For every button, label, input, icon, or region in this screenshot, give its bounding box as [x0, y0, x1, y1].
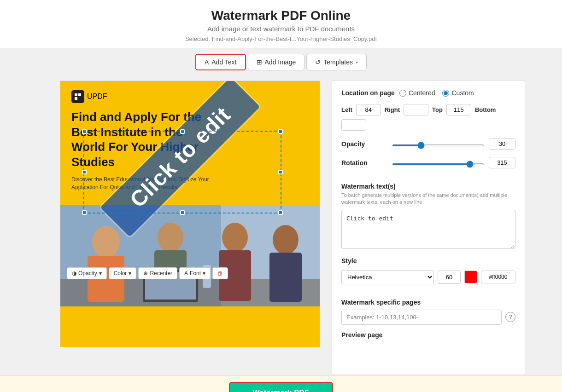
svg-rect-2 — [75, 97, 77, 100]
rotation-slider[interactable] — [392, 163, 484, 165]
color-swatch[interactable] — [464, 271, 477, 283]
position-inputs-row: Left Right Top Bottom — [341, 104, 515, 131]
centered-label: Centered — [409, 89, 435, 97]
help-icon[interactable]: ? — [505, 312, 515, 322]
header: Watermark PDF Online Add image or text w… — [0, 0, 562, 48]
opacity-slider-row — [392, 138, 515, 150]
recenter-button[interactable]: ⊕ Recenter — [138, 267, 177, 279]
text-icon: A — [205, 58, 209, 66]
photo-svg — [60, 205, 320, 306]
divider-1 — [341, 176, 515, 176]
rotation-row: Rotation — [341, 157, 515, 168]
updf-icon — [74, 92, 82, 101]
opacity-icon: ◑ — [72, 270, 76, 277]
custom-label: Custom — [451, 89, 474, 97]
resize-handle-bl[interactable] — [82, 210, 87, 215]
top-label: Top — [432, 106, 443, 113]
opacity-row: Opacity — [341, 138, 515, 150]
selected-file: Selected: Find-and-Apply-For-the-Best-I.… — [0, 35, 562, 42]
bottom-bar: Watermark PDF — [0, 375, 562, 392]
resize-handle-br[interactable] — [278, 210, 283, 215]
resize-handle-lm[interactable] — [82, 170, 87, 174]
left-input[interactable] — [356, 104, 381, 115]
settings-panel: Location on page Centered Custom Left Ri… — [332, 81, 525, 375]
chevron-down-icon: ▾ — [356, 60, 358, 65]
watermark-textarea[interactable]: Click to edit — [341, 210, 515, 249]
templates-icon: ↺ — [315, 58, 321, 66]
svg-rect-0 — [75, 93, 77, 96]
bottom-label: Bottom — [475, 106, 496, 113]
left-label: Left — [341, 106, 352, 113]
bottom-input[interactable] — [341, 119, 366, 131]
add-image-button[interactable]: ⊞ Add Image — [248, 54, 305, 70]
svg-point-8 — [158, 223, 183, 252]
svg-point-12 — [273, 225, 299, 254]
resize-handle-rm[interactable] — [278, 170, 283, 174]
svg-rect-1 — [78, 93, 81, 96]
trash-icon: 🗑 — [217, 270, 223, 277]
watermark-text-hint: To batch generate multiple versions of t… — [341, 192, 515, 206]
resize-handle-tl[interactable] — [82, 129, 87, 134]
location-radio-group: Centered Custom — [399, 89, 474, 97]
photo-overlay — [60, 205, 320, 306]
svg-rect-13 — [269, 253, 302, 302]
recenter-icon: ⊕ — [143, 270, 148, 277]
opacity-setting-label: Opacity — [341, 140, 387, 148]
svg-point-6 — [92, 226, 120, 258]
rotation-value-input[interactable] — [489, 157, 515, 168]
font-size-input[interactable] — [438, 271, 461, 284]
font-button[interactable]: A Font ▾ — [179, 267, 211, 279]
opacity-label: Opacity — [78, 270, 97, 277]
style-row: Helvetica Arial Times New Roman Courier — [341, 270, 515, 284]
watermark-selection-box[interactable] — [83, 131, 281, 213]
page-subtitle: Add image or text watermark to PDF docum… — [0, 25, 562, 33]
font-select[interactable]: Helvetica Arial Times New Roman Courier — [341, 270, 434, 284]
divider-2 — [341, 291, 515, 291]
rotation-slider-row — [392, 157, 515, 168]
main-area: Click to edit UPDF Find and Apply For th… — [0, 76, 562, 375]
pages-label: Watermark specific pages — [341, 299, 515, 306]
page-title: Watermark PDF Online — [0, 8, 562, 23]
logo-text: UPDF — [87, 92, 107, 101]
preview-page-label: Preview page — [341, 331, 515, 339]
custom-radio[interactable] — [442, 90, 449, 97]
centered-option[interactable]: Centered — [399, 89, 435, 97]
resize-handle-tr[interactable] — [278, 129, 283, 134]
right-label: Right — [385, 106, 400, 113]
opacity-slider[interactable] — [392, 144, 484, 146]
opacity-button[interactable]: ◑ Opacity ▾ — [67, 267, 107, 279]
style-section: Style Helvetica Arial Times New Roman Co… — [341, 257, 515, 284]
opacity-chevron: ▾ — [99, 270, 102, 277]
delete-button[interactable]: 🗑 — [212, 267, 228, 279]
watermark-text-label: Watermark text(s) — [341, 183, 515, 190]
updf-logo: UPDF — [71, 90, 309, 103]
watermark-pdf-button[interactable]: Watermark PDF — [229, 382, 333, 392]
templates-label: Templates — [323, 58, 353, 66]
location-row: Location on page Centered Custom — [341, 89, 515, 97]
pages-section: Watermark specific pages ? — [341, 299, 515, 325]
style-label: Style — [341, 257, 515, 265]
right-input[interactable] — [404, 104, 428, 115]
color-button[interactable]: Color ▾ — [109, 267, 137, 279]
pages-input-row: ? — [341, 310, 515, 325]
updf-logo-icon — [71, 90, 84, 103]
opacity-value-input[interactable] — [489, 138, 515, 150]
preview-panel: Click to edit UPDF Find and Apply For th… — [9, 81, 322, 375]
custom-option[interactable]: Custom — [442, 89, 474, 97]
color-code-input[interactable] — [481, 271, 515, 283]
location-inputs: Left Right Top Bottom — [341, 104, 515, 131]
resize-handle-bm[interactable] — [180, 210, 185, 215]
pages-input[interactable] — [341, 310, 502, 325]
centered-radio[interactable] — [399, 90, 406, 97]
top-input[interactable] — [446, 104, 471, 115]
resize-handle-tm[interactable] — [180, 129, 185, 134]
toolbar: A Add Text ⊞ Add Image ↺ Templates ▾ — [0, 48, 562, 76]
font-chevron: ▾ — [203, 270, 205, 277]
opacity-slider-container — [392, 140, 484, 148]
templates-button[interactable]: ↺ Templates ▾ — [306, 54, 367, 70]
inline-toolbar: ◑ Opacity ▾ Color ▾ ⊕ Recenter A Font ▾ … — [67, 267, 228, 279]
rotation-slider-container — [392, 159, 484, 167]
color-chevron: ▾ — [129, 270, 131, 277]
location-label: Location on page — [341, 89, 395, 97]
add-text-button[interactable]: A Add Text — [195, 54, 246, 70]
